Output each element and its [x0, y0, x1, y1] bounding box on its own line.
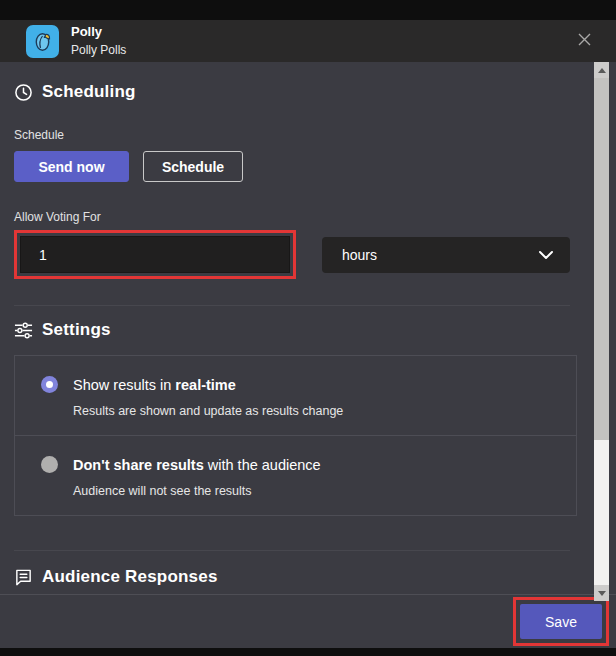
scheduling-title: Scheduling: [42, 82, 136, 102]
sliders-icon: [14, 321, 33, 340]
audience-responses-heading: Audience Responses: [14, 567, 570, 587]
schedule-mode-buttons: Send now Schedule: [14, 151, 570, 182]
dialog-header: Polly Polly Polls: [0, 20, 616, 62]
option-label: Don't share results with the audience: [73, 457, 321, 473]
close-icon[interactable]: [573, 28, 596, 54]
section-divider: [14, 550, 570, 551]
dialog-content: Scheduling Schedule Send now Schedule Al…: [0, 62, 616, 594]
option-dont-share-results[interactable]: Don't share results with the audience Au…: [15, 435, 576, 515]
section-divider: [14, 305, 570, 306]
annotation-highlight-save: Save: [513, 597, 609, 646]
app-titles: Polly Polly Polls: [71, 24, 126, 57]
arrow-down-icon: [598, 591, 606, 596]
voting-duration-row: hours: [14, 230, 570, 279]
app-title: Polly: [71, 24, 126, 40]
results-options-group: Show results in real-time Results are sh…: [14, 355, 577, 516]
vertical-scrollbar[interactable]: [594, 62, 609, 601]
option-label: Show results in real-time: [73, 377, 236, 393]
arrow-up-icon: [598, 68, 606, 73]
duration-unit-dropdown[interactable]: hours: [322, 237, 570, 273]
chevron-down-icon: [538, 247, 554, 263]
schedule-button[interactable]: Schedule: [143, 151, 243, 182]
allow-voting-label: Allow Voting For: [14, 210, 570, 224]
radio-selected-icon[interactable]: [41, 376, 58, 393]
settings-heading: Settings: [14, 320, 570, 340]
audience-responses-title: Audience Responses: [42, 567, 218, 587]
clock-icon: [14, 83, 33, 102]
radio-unselected-icon[interactable]: [41, 456, 58, 473]
send-now-button[interactable]: Send now: [14, 151, 129, 182]
option-description: Results are shown and update as results …: [73, 404, 576, 418]
schedule-label: Schedule: [14, 128, 570, 142]
scroll-up-button[interactable]: [594, 62, 609, 78]
scheduling-heading: Scheduling: [14, 82, 570, 102]
scrollbar-track[interactable]: [594, 440, 609, 585]
save-button[interactable]: Save: [520, 604, 602, 639]
scrollbar-thumb[interactable]: [594, 78, 609, 440]
polly-dialog: Polly Polly Polls Scheduling Schedule Se…: [0, 20, 616, 648]
dialog-footer: Save: [0, 594, 616, 648]
duration-unit-value: hours: [342, 247, 377, 263]
polly-app-icon: [26, 25, 59, 58]
option-show-results-realtime[interactable]: Show results in real-time Results are sh…: [15, 356, 576, 435]
speech-bubble-icon: [14, 568, 33, 587]
voting-duration-input[interactable]: [20, 236, 290, 273]
scroll-down-button[interactable]: [594, 585, 609, 601]
option-description: Audience will not see the results: [73, 484, 576, 498]
app-subtitle: Polly Polls: [71, 43, 126, 58]
parrot-icon: [30, 28, 56, 54]
settings-title: Settings: [42, 320, 111, 340]
annotation-highlight-input: [14, 230, 296, 279]
